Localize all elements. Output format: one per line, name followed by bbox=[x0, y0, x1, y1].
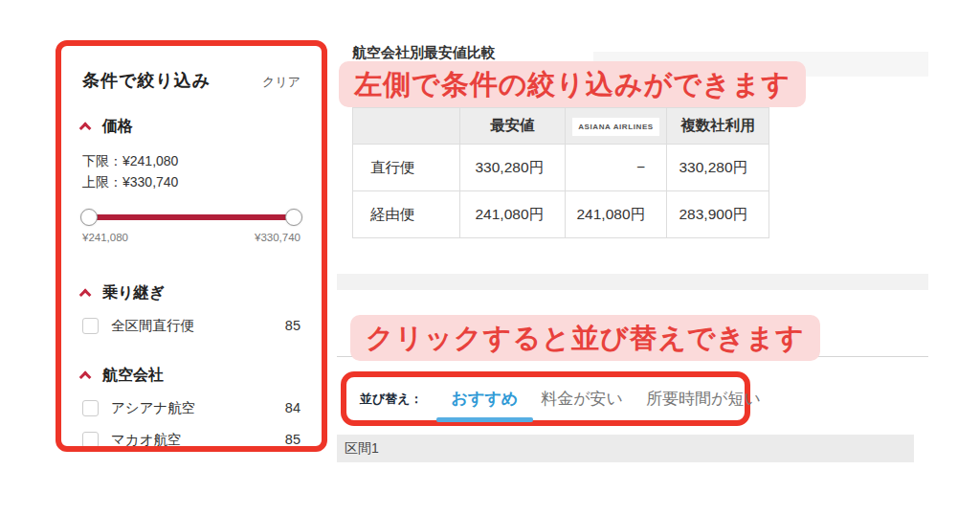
transfer-section-header[interactable]: 乗り継ぎ bbox=[82, 283, 301, 303]
filter-item-label: マカオ航空 bbox=[111, 431, 182, 449]
lowest-price-comparison-table: 最安値 ASIANA AIRLINES 複数社利用 直行便 330,280円 −… bbox=[352, 107, 769, 238]
sort-option-label: 料金が安い bbox=[541, 390, 623, 408]
filter-item-asiana[interactable]: アシアナ航空 84 bbox=[82, 399, 301, 417]
chevron-up-icon[interactable] bbox=[79, 123, 92, 135]
segment-1-bar: 区間1 bbox=[337, 435, 914, 462]
table-header-airline: ASIANA AIRLINES bbox=[566, 108, 667, 145]
cell-value: 241,080円 bbox=[566, 191, 667, 238]
filter-item-label: アシアナ航空 bbox=[111, 399, 195, 417]
filter-item-count: 85 bbox=[285, 318, 301, 333]
filter-item-macau[interactable]: マカオ航空 85 bbox=[82, 431, 301, 449]
filter-item-count: 84 bbox=[285, 400, 301, 415]
price-range-slider[interactable] bbox=[82, 209, 301, 226]
sort-option-shortest[interactable]: 所要時間が短い bbox=[646, 388, 761, 410]
sort-toolbar: 並び替え： おすすめ 料金が安い 所要時間が短い bbox=[341, 371, 750, 426]
filter-panel-title: 条件で絞り込み bbox=[82, 69, 211, 92]
comparison-heading: 航空会社別最安値比較 bbox=[352, 44, 496, 62]
filter-hint-annotation: 左側で条件の絞り込みができます bbox=[339, 61, 806, 107]
sort-option-label: 所要時間が短い bbox=[646, 390, 761, 408]
active-tab-underline bbox=[436, 417, 534, 422]
checkbox-icon[interactable] bbox=[82, 400, 99, 416]
cell-value: − bbox=[566, 145, 667, 191]
price-section-header[interactable]: 価格 bbox=[82, 117, 301, 137]
slider-min-label: ¥241,080 bbox=[82, 232, 128, 243]
price-section-title: 価格 bbox=[102, 117, 133, 137]
table-row: 直行便 330,280円 − 330,280円 bbox=[353, 145, 769, 191]
cell-value: 241,080円 bbox=[460, 191, 566, 238]
filter-item-count: 85 bbox=[285, 432, 301, 447]
filter-item-direct-flights[interactable]: 全区間直行便 85 bbox=[82, 317, 301, 335]
table-row: 経由便 241,080円 241,080円 283,900円 bbox=[353, 191, 769, 238]
checkbox-icon[interactable] bbox=[82, 432, 99, 448]
cell-value: 330,280円 bbox=[460, 145, 566, 191]
cell-value: 330,280円 bbox=[667, 145, 769, 191]
table-header-empty bbox=[353, 108, 460, 145]
slider-handle-min[interactable] bbox=[80, 209, 98, 226]
transfer-section-title: 乗り継ぎ bbox=[102, 283, 165, 303]
table-header-multi: 複数社利用 bbox=[667, 108, 769, 145]
clear-filters-link[interactable]: クリア bbox=[262, 74, 301, 91]
row-label-via: 経由便 bbox=[353, 191, 460, 238]
filter-panel: 条件で絞り込み クリア 価格 下限：¥241,080 上限：¥330,740 ¥… bbox=[56, 40, 327, 452]
airline-section-header[interactable]: 航空会社 bbox=[82, 366, 301, 386]
slider-handle-max[interactable] bbox=[285, 209, 302, 226]
slider-max-label: ¥330,740 bbox=[255, 232, 301, 243]
airline-section-title: 航空会社 bbox=[102, 366, 164, 386]
filter-item-label: 全区間直行便 bbox=[111, 317, 194, 335]
sort-hint-annotation: クリックすると並び替えできます bbox=[350, 315, 820, 361]
checkbox-icon[interactable] bbox=[82, 318, 99, 334]
slider-minmax-labels: ¥241,080 ¥330,740 bbox=[82, 232, 301, 243]
table-header-lowest: 最安値 bbox=[460, 108, 566, 145]
sort-option-label: おすすめ bbox=[452, 390, 519, 408]
sort-label: 並び替え： bbox=[360, 391, 423, 408]
chevron-up-icon[interactable] bbox=[79, 288, 92, 301]
price-lower-limit: 下限：¥241,080 bbox=[82, 150, 302, 171]
filter-panel-header: 条件で絞り込み クリア bbox=[82, 69, 301, 92]
table-header-row: 最安値 ASIANA AIRLINES 複数社利用 bbox=[353, 108, 769, 145]
asiana-airlines-logo: ASIANA AIRLINES bbox=[572, 118, 659, 136]
chevron-up-icon[interactable] bbox=[79, 370, 92, 383]
sort-option-cheapest[interactable]: 料金が安い bbox=[541, 388, 623, 410]
price-upper-limit: 上限：¥330,740 bbox=[82, 171, 302, 192]
cell-value: 283,900円 bbox=[667, 191, 769, 238]
sort-option-recommended[interactable]: おすすめ bbox=[452, 388, 519, 410]
row-label-direct: 直行便 bbox=[353, 145, 460, 191]
slider-track[interactable] bbox=[88, 214, 295, 220]
section-divider-band bbox=[337, 274, 928, 290]
